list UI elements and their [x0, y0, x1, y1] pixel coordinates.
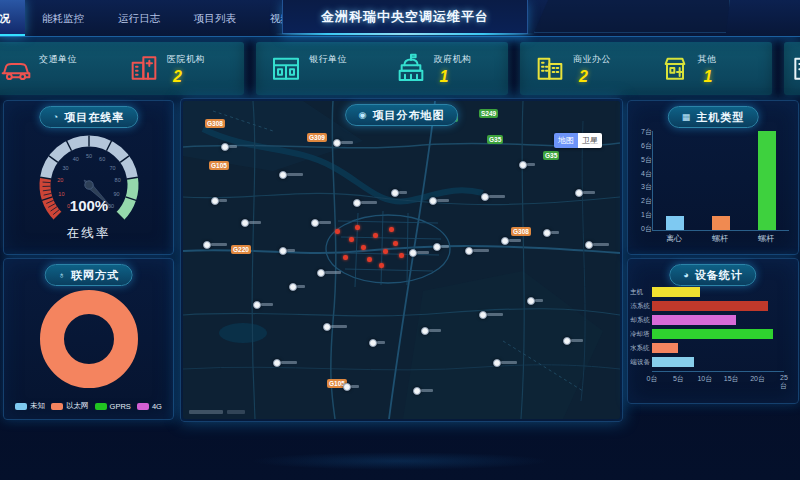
stat-text: 医院机构2: [167, 50, 205, 86]
map-marker-label: [287, 249, 295, 252]
nav-tab-1[interactable]: 能耗监控: [25, 0, 101, 36]
hospital-icon: [128, 52, 160, 84]
stat-text: 其他1: [698, 50, 717, 86]
map-marker[interactable]: [211, 197, 219, 205]
map-marker[interactable]: [413, 387, 421, 395]
device-stats-x-axis-line: [652, 371, 784, 373]
map-marker[interactable]: [353, 199, 361, 207]
network-legend: 未知以太网GPRS4G: [4, 401, 173, 411]
panel-device-stats-header: ◕ 设备统计: [669, 264, 756, 286]
map-marker[interactable]: [333, 139, 341, 147]
map-marker[interactable]: [585, 241, 593, 249]
nav-tab-2[interactable]: 运行日志: [101, 0, 177, 36]
project-dot[interactable]: [383, 249, 388, 254]
x-tick-label: 25台: [780, 374, 788, 391]
gauge-needle-cap: [84, 181, 92, 189]
map-marker-label: [527, 163, 535, 166]
map-marker[interactable]: [421, 327, 429, 335]
map-markers-layer: G308G309G105G220G308G105G2S249G35G35: [183, 101, 620, 419]
gauge-tick: [42, 182, 50, 183]
map-marker[interactable]: [289, 283, 297, 291]
map-marker[interactable]: [279, 171, 287, 179]
project-dot[interactable]: [367, 257, 372, 262]
map-marker[interactable]: [493, 359, 501, 367]
online-rate-gauge: 0102030405060708090100100%: [14, 127, 164, 241]
map-canvas[interactable]: G308G309G105G220G308G105G2S249G35G35 地图卫…: [183, 101, 620, 419]
building-icon: [790, 52, 800, 84]
map-marker[interactable]: [241, 219, 249, 227]
project-dot[interactable]: [373, 233, 378, 238]
legend-item-以太网[interactable]: 以太网: [51, 401, 89, 411]
map-marker[interactable]: [409, 249, 417, 257]
nav-tab-3[interactable]: 项目列表: [177, 0, 253, 36]
road-shield-G220: G220: [231, 245, 251, 254]
project-dot[interactable]: [361, 245, 366, 250]
legend-item-GPRS[interactable]: GPRS: [95, 401, 131, 411]
map-marker[interactable]: [323, 323, 331, 331]
map-marker[interactable]: [527, 297, 535, 305]
map-mode-button-地图[interactable]: 地图: [554, 133, 578, 148]
map-marker[interactable]: [311, 219, 319, 227]
device-row-label: 主机: [630, 287, 650, 297]
stat-item-其他: 其他1: [659, 50, 717, 86]
bar-螺杆: [758, 131, 776, 230]
map-marker[interactable]: [501, 237, 509, 245]
map-marker[interactable]: [221, 143, 229, 151]
map-marker[interactable]: [519, 161, 527, 169]
bar-离心: [666, 216, 684, 230]
legend-swatch: [51, 403, 63, 410]
project-dot[interactable]: [355, 225, 360, 230]
x-tick-label: 10台: [697, 374, 712, 384]
map-marker-label: [593, 243, 609, 246]
map-marker[interactable]: [279, 247, 287, 255]
device-row-水系统: 水系统: [652, 343, 784, 353]
stat-value: 2: [173, 68, 205, 86]
device-row-bar: [652, 301, 768, 311]
title-box: 金洲科瑞中央空调运维平台: [282, 0, 528, 34]
map-marker[interactable]: [343, 383, 351, 391]
map-marker[interactable]: [479, 311, 487, 319]
map-marker[interactable]: [563, 337, 571, 345]
map-marker[interactable]: [369, 339, 377, 347]
office-icon: [534, 52, 566, 84]
project-dot[interactable]: [399, 253, 404, 258]
map-marker[interactable]: [391, 189, 399, 197]
gauge-tick-label: 90: [113, 191, 119, 197]
stat-text: 银行单位: [309, 50, 347, 68]
map-marker[interactable]: [543, 229, 551, 237]
map-scale-bar: [227, 410, 245, 414]
map-marker[interactable]: [481, 193, 489, 201]
map-marker-label: [229, 145, 237, 148]
map-marker-label: [535, 299, 543, 302]
map-mode-button-卫星[interactable]: 卫星: [578, 133, 602, 148]
map-marker[interactable]: [317, 269, 325, 277]
project-dot[interactable]: [389, 227, 394, 232]
project-dot[interactable]: [343, 255, 348, 260]
map-marker[interactable]: [203, 241, 211, 249]
project-dot[interactable]: [335, 229, 340, 234]
nav-tab-0[interactable]: 概况: [0, 0, 25, 36]
panel-network-type: ♁ 联网方式 未知以太网GPRS4G: [3, 258, 174, 420]
legend-item-4G[interactable]: 4G: [137, 401, 162, 411]
top-nav-bar: 概况能耗监控运行日志项目列表视频监控 金洲科瑞中央空调运维平台: [0, 0, 800, 37]
project-dot[interactable]: [393, 241, 398, 246]
map-marker[interactable]: [253, 301, 261, 309]
map-marker[interactable]: [273, 359, 281, 367]
panel-project-map: G308G309G105G220G308G105G2S249G35G35 地图卫…: [180, 98, 623, 422]
project-dot[interactable]: [379, 263, 384, 268]
map-marker[interactable]: [575, 189, 583, 197]
project-dot[interactable]: [349, 237, 354, 242]
map-marker[interactable]: [433, 243, 441, 251]
donut-chart: [14, 283, 164, 391]
map-marker-label: [287, 173, 303, 176]
device-row-bar: [652, 287, 700, 297]
map-marker[interactable]: [429, 197, 437, 205]
panel-device-stats: ◕ 设备统计 主机冷冻系统冷却系统冷却塔水系统末端设备 0台5台10台15台20…: [627, 258, 799, 404]
map-marker[interactable]: [465, 247, 473, 255]
legend-item-未知[interactable]: 未知: [15, 401, 45, 411]
map-marker-label: [417, 251, 429, 254]
map-marker-label: [421, 389, 433, 392]
map-marker-label: [437, 199, 449, 202]
stat-text: 商业办公2: [573, 50, 611, 86]
panel-host-type: ▦ 主机类型 7台6台5台4台3台2台1台0台 离心螺杆螺杆: [627, 100, 799, 255]
